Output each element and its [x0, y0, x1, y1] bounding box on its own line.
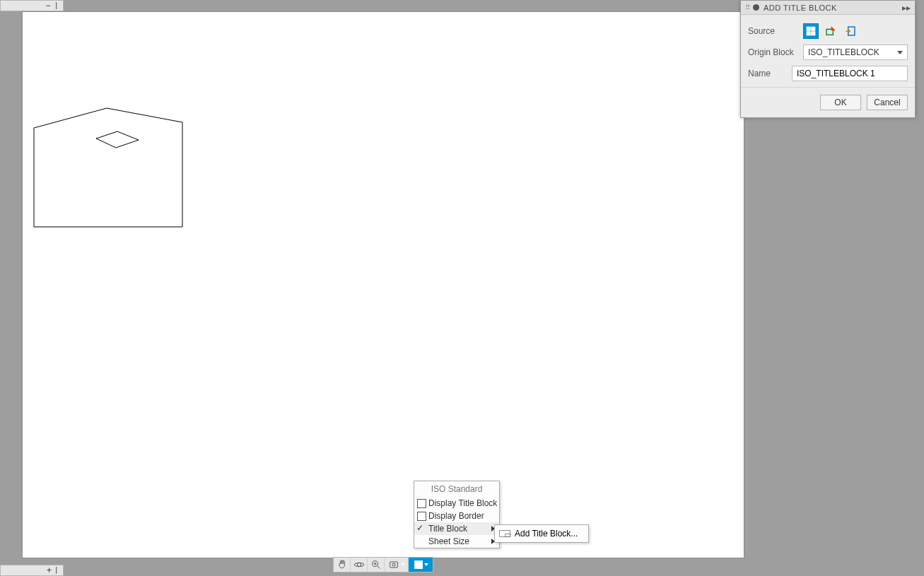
dialog-title: ADD TITLE BLOCK [764, 4, 898, 12]
dialog-footer: OK Cancel [741, 87, 915, 117]
expand-icon: + [47, 565, 52, 575]
display-settings-button[interactable] [385, 558, 409, 572]
svg-rect-11 [419, 565, 422, 568]
sheet-context-menu: ISO Standard Display Title Block Display… [414, 481, 500, 548]
button-label: Cancel [874, 98, 900, 107]
chevron-right-icon [480, 536, 495, 546]
drag-handle-icon [56, 567, 57, 574]
menu-add-title-block[interactable]: Add Title Block... [495, 525, 588, 542]
svg-marker-0 [96, 131, 139, 148]
sheet-options-button[interactable] [409, 558, 433, 572]
label-source: Source [748, 26, 796, 36]
menu-label: Add Title Block... [515, 529, 578, 539]
menu-label: Title Block [428, 524, 467, 534]
svg-rect-7 [390, 562, 397, 568]
add-title-block-dialog: ⠿ ADD TITLE BLOCK ▸▸ Source Origin Block [740, 0, 916, 118]
context-menu-header: ISO Standard [414, 481, 499, 497]
svg-rect-16 [807, 32, 810, 35]
cancel-button[interactable]: Cancel [867, 95, 908, 110]
dialog-body: Source Origin Block ISO_TITLEBLOCK N [741, 15, 915, 87]
source-import-button[interactable] [843, 23, 858, 39]
bullet-icon [753, 4, 759, 11]
menu-label: Display Title Block [428, 498, 497, 508]
chevron-right-icon [480, 524, 495, 534]
menu-sheet-size[interactable]: Sheet Size [414, 535, 499, 548]
grip-icon: ⠿ [745, 4, 749, 11]
svg-point-1 [357, 563, 361, 566]
drag-handle-icon [56, 2, 57, 9]
svg-rect-17 [812, 32, 815, 35]
svg-rect-15 [812, 27, 815, 30]
source-library-button[interactable] [803, 23, 819, 39]
view-toolbar [333, 557, 433, 572]
title-block-icon [499, 529, 510, 539]
orbit-button[interactable] [351, 558, 368, 572]
pin-icon[interactable]: ▸▸ [902, 3, 911, 13]
drawing-canvas[interactable] [22, 11, 744, 558]
name-input[interactable] [792, 66, 908, 81]
sketch-shape [33, 101, 184, 228]
menu-label: Sheet Size [428, 536, 469, 546]
top-panel-handle[interactable]: − [0, 0, 64, 11]
svg-rect-14 [807, 27, 810, 30]
menu-display-title-block[interactable]: Display Title Block [414, 497, 499, 510]
menu-title-block[interactable]: Title Block [414, 522, 499, 535]
label-origin-block: Origin Block [748, 47, 796, 57]
chevron-down-icon [424, 558, 428, 572]
menu-display-border[interactable]: Display Border [414, 510, 499, 522]
ok-button[interactable]: OK [820, 95, 861, 110]
collapse-icon: − [45, 1, 52, 11]
chevron-down-icon [401, 558, 405, 572]
svg-point-2 [354, 563, 363, 566]
button-label: OK [834, 98, 846, 107]
svg-line-4 [378, 566, 380, 568]
origin-block-select[interactable]: ISO_TITLEBLOCK [803, 45, 908, 60]
dialog-titlebar[interactable]: ⠿ ADD TITLE BLOCK ▸▸ [741, 1, 915, 15]
zoom-button[interactable] [368, 558, 385, 572]
source-buttons [803, 23, 858, 39]
menu-label: Display Border [428, 511, 484, 521]
chevron-down-icon [897, 51, 903, 54]
source-sketch-button[interactable] [823, 23, 838, 39]
svg-rect-12 [500, 530, 510, 536]
svg-rect-13 [505, 534, 510, 537]
pan-button[interactable] [334, 558, 351, 572]
svg-point-8 [392, 563, 395, 566]
label-name: Name [748, 69, 785, 78]
bottom-panel-handle[interactable]: + [0, 565, 64, 576]
select-value: ISO_TITLEBLOCK [808, 47, 879, 57]
title-block-submenu: Add Title Block... [494, 524, 589, 543]
